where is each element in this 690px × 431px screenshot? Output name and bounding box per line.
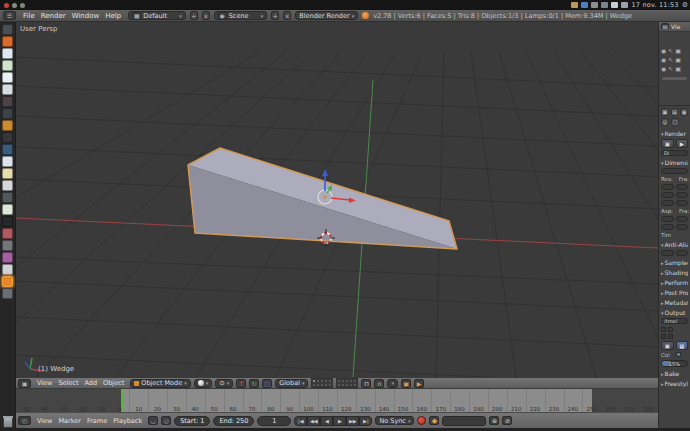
dock-app-icon[interactable]	[2, 144, 13, 155]
screen-layout-dropdown[interactable]: ▦ Default ▾	[128, 11, 186, 20]
manip-translate-button[interactable]: ↑	[236, 379, 246, 388]
collapsed-panel[interactable]: Bake	[661, 370, 688, 377]
frame-step-field[interactable]	[676, 200, 689, 206]
dock-app-icon[interactable]	[2, 156, 13, 167]
dock-app-icon[interactable]	[2, 240, 13, 251]
current-frame-field[interactable]: 1	[257, 416, 291, 426]
dock-app-icon[interactable]	[2, 48, 13, 59]
outliner-header[interactable]: ▤ Vie	[659, 22, 690, 32]
collapsed-panel[interactable]: Sampled Motion Blur	[661, 259, 688, 266]
outliner-row[interactable]: ◉ ↖ ▣	[659, 55, 690, 64]
aa-samples-buttons[interactable]	[661, 250, 674, 256]
dock-app-icon[interactable]	[2, 108, 13, 119]
dock-app-icon[interactable]	[2, 72, 13, 83]
keying-set-button[interactable]: ◆	[429, 416, 439, 425]
layers-widget[interactable]	[311, 378, 358, 388]
timeline-editor-type-button[interactable]: ◴	[18, 416, 31, 425]
tab-layers-icon[interactable]: ▤	[671, 108, 679, 116]
dock-app-icon[interactable]	[2, 36, 13, 47]
trash-icon[interactable]	[3, 417, 13, 428]
tray-icon[interactable]	[591, 2, 598, 8]
snap-element-dropdown[interactable]: ▾	[387, 379, 398, 388]
opengl-render-anim-button[interactable]: ▶	[414, 379, 424, 388]
dock-app-icon[interactable]	[2, 96, 13, 107]
timeline-menu-item[interactable]: Playback	[110, 417, 145, 425]
selectability-icon[interactable]: ↖	[668, 65, 673, 72]
panel-antialiasing[interactable]: Anti-Aliasing	[661, 241, 688, 248]
menu-item[interactable]: File	[20, 12, 38, 20]
start-frame-field[interactable]: Start:1	[174, 416, 210, 426]
dock-app-icon[interactable]	[2, 60, 13, 71]
outliner-row[interactable]: ◉ ↖ ▣	[659, 64, 690, 73]
menu-item[interactable]: Help	[102, 12, 124, 20]
dock-app-icon[interactable]	[2, 168, 13, 179]
dock-app-icon[interactable]	[2, 132, 13, 143]
pivot-dropdown[interactable]: ⊙ ▾	[215, 379, 233, 388]
dock-app-icon[interactable]	[2, 84, 13, 95]
visibility-eye-icon[interactable]: ◉	[661, 56, 666, 63]
format-dropdown[interactable]: ▣	[661, 341, 674, 350]
dock-app-icon[interactable]	[2, 264, 13, 275]
tray-icon[interactable]	[571, 2, 578, 8]
viewport-menu-item[interactable]: Object	[100, 379, 127, 387]
timeline-menu-item[interactable]: Marker	[55, 417, 83, 425]
selectability-icon[interactable]: ↖	[668, 56, 673, 63]
visibility-eye-icon[interactable]: ◉	[661, 65, 666, 72]
dock-app-icon[interactable]	[2, 24, 13, 35]
menu-item[interactable]: Render	[38, 12, 69, 20]
dock-app-icon[interactable]	[2, 180, 13, 191]
menu-item[interactable]: Window	[69, 12, 103, 20]
playback-button[interactable]: ▶	[333, 416, 346, 426]
tab-scene-icon[interactable]: ◉	[680, 108, 688, 116]
collapsed-panel[interactable]: Freestyle	[661, 380, 688, 387]
renderability-icon[interactable]: ▣	[675, 56, 681, 63]
dock-app-icon[interactable]	[2, 192, 13, 203]
outliner-row[interactable]: ◉ ↖ ▣	[659, 46, 690, 55]
dock-app-icon[interactable]	[2, 228, 13, 239]
dock-app-icon[interactable]	[2, 216, 13, 227]
add-layout-button[interactable]: +	[190, 11, 198, 20]
keying-set-field[interactable]	[442, 416, 486, 426]
compression-slider[interactable]: 15%	[661, 360, 688, 367]
output-path-field[interactable]: /tmp/	[661, 318, 688, 324]
tray-icon[interactable]	[601, 2, 608, 8]
panel-dimensions[interactable]: Dimensions	[661, 159, 688, 166]
delete-keyframe-icon[interactable]: ⊘	[502, 416, 512, 425]
frame-end-field[interactable]	[676, 192, 689, 198]
aspect-y-field[interactable]	[661, 224, 674, 230]
viewport-menu-item[interactable]: Add	[82, 379, 101, 387]
close-layout-button[interactable]: x	[202, 11, 210, 20]
tab-world-icon[interactable]: ◎	[661, 118, 669, 126]
3d-viewport[interactable]: User Persp (1) Wedge	[16, 22, 658, 377]
res-y-field[interactable]	[661, 192, 674, 198]
tray-icon[interactable]	[621, 2, 628, 8]
format-png-icon[interactable]: ▦	[676, 341, 689, 350]
shading-dropdown[interactable]: ▾	[194, 379, 213, 388]
frame-start-field[interactable]	[676, 184, 689, 190]
overwrite-checkbox[interactable]	[661, 327, 666, 332]
orientation-dropdown[interactable]: Global ▾	[275, 379, 308, 388]
playback-button[interactable]: ◀	[320, 416, 333, 426]
editor-type-button[interactable]: ☰	[3, 11, 16, 20]
render-engine-dropdown[interactable]: Blender Render ▾	[295, 11, 358, 20]
dock-app-icon[interactable]	[2, 204, 13, 215]
playback-button[interactable]: ▶▶	[346, 416, 359, 426]
render-button[interactable]: ▣	[661, 139, 674, 148]
dock-app-icon[interactable]	[2, 120, 13, 131]
window-controls[interactable]	[4, 3, 25, 8]
animation-button[interactable]: ▶	[676, 139, 689, 148]
dock-app-icon[interactable]	[2, 276, 13, 287]
timeline-menu-item[interactable]: Frame	[84, 417, 110, 425]
outliner-scrollbar[interactable]	[662, 77, 687, 80]
playback-button[interactable]: ▶|	[359, 416, 372, 426]
tab-render-icon[interactable]: ▣	[661, 108, 669, 116]
placeholders-checkbox[interactable]	[668, 327, 673, 332]
snap-magnet-button[interactable]: ∩	[374, 379, 384, 388]
collapsed-panel[interactable]: Performance	[661, 279, 688, 286]
aa-filter-dropdown[interactable]	[676, 250, 689, 256]
viewport-menu-item[interactable]: View	[34, 379, 55, 387]
preview-range-button[interactable]: ◡	[148, 416, 158, 425]
viewport-editor-type-button[interactable]: ▣	[18, 379, 31, 388]
playback-button[interactable]: ◀◀	[307, 416, 320, 426]
opengl-render-image-button[interactable]: ▣	[401, 379, 411, 388]
